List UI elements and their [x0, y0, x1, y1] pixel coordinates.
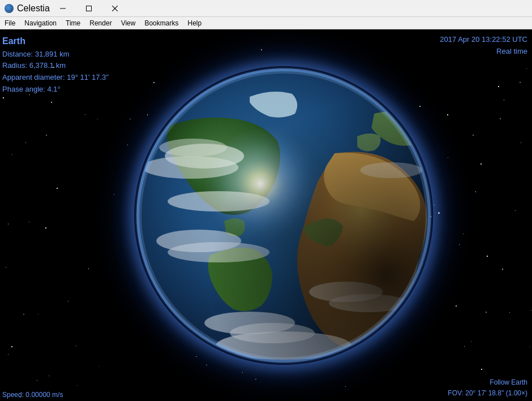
star [8, 223, 9, 225]
star [12, 154, 12, 155]
star [6, 267, 6, 268]
star [37, 380, 37, 381]
star [463, 234, 464, 234]
space-marker [438, 212, 440, 214]
star [526, 68, 527, 69]
hud-distance: Distance: 31,891 km [2, 49, 109, 61]
window-controls [50, 0, 128, 17]
close-button[interactable] [102, 0, 128, 17]
star [3, 97, 4, 98]
star [498, 86, 499, 87]
hud-top-left: Earth Distance: 31,891 km Radius: 6,378.… [2, 34, 109, 96]
menu-bookmarks[interactable]: Bookmarks [140, 18, 183, 28]
star [114, 194, 114, 195]
menu-time[interactable]: Time [61, 18, 85, 28]
star [206, 365, 207, 365]
maximize-button[interactable] [76, 0, 102, 17]
star [130, 119, 131, 120]
star [57, 188, 58, 189]
star [29, 222, 29, 222]
star [242, 372, 243, 373]
earth-globe [136, 68, 431, 363]
hud-bottom-left: Speed: 0.00000 m/s [2, 391, 63, 399]
star [88, 268, 89, 269]
star [434, 205, 434, 205]
app-title: Celestia [17, 3, 50, 14]
star [38, 314, 38, 314]
star [99, 366, 100, 366]
hud-follow: Follow Earth [448, 377, 527, 388]
star [97, 119, 98, 119]
star [448, 157, 448, 158]
earth-svg [136, 68, 431, 363]
star [447, 114, 448, 115]
menu-render[interactable]: Render [85, 18, 116, 28]
star [520, 82, 521, 83]
star [502, 269, 503, 270]
star [76, 346, 76, 346]
star [77, 385, 78, 386]
star [504, 100, 504, 100]
earth-container [136, 68, 431, 363]
hud-speed: Speed: 0.00000 m/s [2, 391, 63, 399]
hud-datetime: 2017 Apr 20 13:22:52 UTC [440, 34, 527, 46]
star [530, 347, 530, 347]
star [261, 49, 262, 50]
star [51, 102, 52, 103]
menu-help[interactable]: Help [183, 18, 206, 28]
hud-fov: FOV: 20° 17' 18.8" (1.00×) [448, 388, 527, 399]
star [471, 341, 471, 342]
star [475, 191, 476, 192]
planet-name: Earth [2, 34, 109, 49]
menu-bar: File Navigation Time Render View Bookmar… [0, 17, 532, 29]
star [127, 144, 128, 145]
star [255, 379, 256, 380]
star [456, 305, 457, 307]
star [49, 376, 50, 377]
menu-file[interactable]: File [0, 18, 20, 28]
svg-rect-0 [60, 8, 66, 8]
svg-rect-1 [86, 6, 91, 11]
star [45, 227, 46, 228]
star [531, 310, 531, 311]
star [85, 114, 85, 115]
star [25, 143, 26, 143]
star [23, 314, 24, 315]
hud-apparent-diameter: Apparent diameter: 19° 11' 17.3" [2, 72, 109, 84]
star [459, 244, 460, 245]
star [521, 143, 521, 143]
star [473, 135, 474, 136]
star [464, 346, 465, 347]
star [345, 386, 346, 387]
app-icon [5, 4, 14, 13]
star [509, 312, 510, 313]
viewport[interactable]: Earth Distance: 31,891 km Radius: 6,378.… [0, 29, 532, 401]
title-bar: Celestia [0, 0, 532, 17]
star [487, 256, 488, 257]
star [8, 354, 8, 355]
star [480, 163, 481, 164]
hud-top-right: 2017 Apr 20 13:22:52 UTC Real time [440, 34, 527, 58]
star [481, 369, 482, 370]
hud-bottom-right: Follow Earth FOV: 20° 17' 18.8" (1.00×) [448, 377, 527, 399]
hud-phase-angle: Phase angle: 4.1° [2, 84, 109, 96]
hud-time-mode: Real time [440, 46, 527, 58]
menu-view[interactable]: View [117, 18, 140, 28]
star [46, 135, 47, 136]
star [500, 118, 501, 119]
star [68, 301, 68, 301]
star [515, 210, 516, 211]
minimize-button[interactable] [50, 0, 76, 17]
star [486, 312, 487, 313]
hud-radius: Radius: 6,378.1 km [2, 60, 109, 72]
menu-navigation[interactable]: Navigation [20, 18, 61, 28]
star [11, 346, 12, 347]
